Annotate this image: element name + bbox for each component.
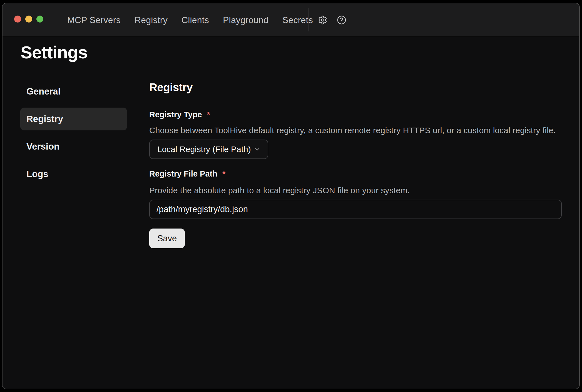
section-heading: Registry [149,81,193,94]
save-button[interactable]: Save [149,229,185,248]
nav-item-clients[interactable]: Clients [181,15,209,25]
page-title: Settings [21,42,88,62]
file-path-label: Registry File Path* [149,169,225,178]
sidebar-item-registry[interactable]: Registry [20,108,127,130]
registry-type-label: Registry Type* [149,110,210,119]
required-asterisk: * [222,169,225,178]
traffic-lights [14,16,43,23]
nav-item-playground[interactable]: Playground [223,15,268,25]
top-nav: MCP Servers Registry Clients Playground … [67,3,313,37]
registry-type-label-text: Registry Type [149,110,202,119]
nav-item-registry[interactable]: Registry [135,15,168,25]
close-window-button[interactable] [14,16,21,23]
nav-item-mcp-servers[interactable]: MCP Servers [67,15,121,25]
titlebar-divider [309,8,309,31]
registry-type-description: Choose between ToolHive default registry… [149,126,556,135]
settings-sidebar: General Registry Version Logs [20,80,127,185]
settings-page: Settings General Registry Version Logs R… [3,37,579,389]
sidebar-item-version[interactable]: Version [20,135,127,158]
zoom-window-button[interactable] [36,16,43,23]
file-path-input[interactable] [149,200,562,219]
help-icon[interactable] [333,3,350,37]
minimize-window-button[interactable] [25,16,32,23]
titlebar: MCP Servers Registry Clients Playground … [3,3,579,37]
settings-gear-icon[interactable] [314,3,331,37]
registry-type-selected-value: Local Registry (File Path) [157,145,251,154]
app-window: MCP Servers Registry Clients Playground … [2,3,580,389]
file-path-description: Provide the absolute path to a local reg… [149,186,410,195]
file-path-label-text: Registry File Path [149,169,217,178]
sidebar-item-logs[interactable]: Logs [20,163,127,185]
sidebar-item-general[interactable]: General [20,80,127,103]
registry-type-select[interactable]: Local Registry (File Path) [149,140,268,159]
required-asterisk: * [207,110,210,119]
registry-settings-panel: Registry Registry Type* Choose between T… [149,37,562,389]
chevron-down-icon [253,145,261,153]
